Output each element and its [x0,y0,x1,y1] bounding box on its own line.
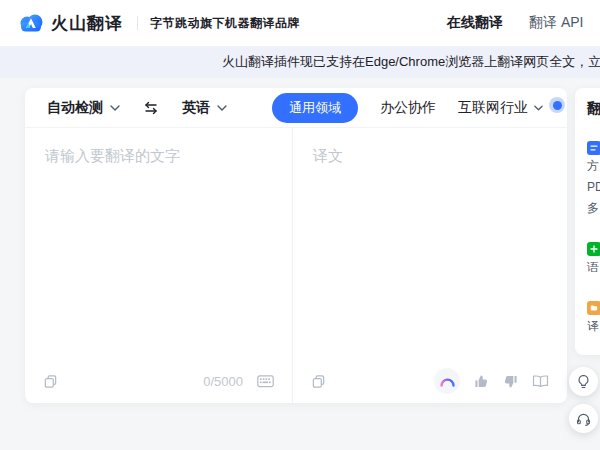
blue-indicator-dot[interactable] [549,97,565,113]
promo-banner-text: 火山翻译插件现已支持在Edge/Chrome浏览器上翻译网页全文，立即安装体验吧 [222,46,600,78]
sidebar-item-line: 语 [587,257,600,278]
folder-orange-icon [587,301,600,315]
right-sidebar: 翻译 方 PD 多 语 译 [575,88,600,355]
tab-internet-industry-label: 互联网行业 [458,99,528,117]
source-pane: 0/5000 [25,128,292,403]
domain-tabs: 通用领域 办公协作 互联网行业 [272,88,543,127]
target-language-select[interactable]: 英语 [176,95,233,121]
lightbulb-icon [577,374,590,389]
swap-arrows-icon [142,101,160,115]
output-pane-footer [293,368,567,394]
copy-output-icon[interactable] [311,374,326,389]
sidebar-item-line: PD [587,177,600,198]
chevron-down-icon [217,105,227,111]
page: 火山翻译 字节跳动旗下机器翻译品牌 在线翻译 翻译 API 视频翻译 火山翻译插… [0,0,600,450]
translator-card: 自动检测 英语 [25,88,567,403]
tab-internet-industry[interactable]: 互联网行业 [458,99,543,117]
sidebar-item-line: 多 [587,198,600,219]
rate-translation-button[interactable] [434,368,460,394]
source-text-input[interactable] [25,128,292,348]
brand-divider [137,16,138,30]
sidebar-item-line: 方 [587,156,600,177]
sidebar-item-document[interactable]: 方 PD 多 [587,138,600,219]
sidebar-item-line: 译 [587,316,600,337]
thumbs-down-icon[interactable] [503,374,518,389]
output-pane: 译文 [293,128,567,403]
swap-languages-button[interactable] [140,99,162,117]
nav-item-online-translate[interactable]: 在线翻译 [447,14,503,32]
translator-panes: 0/5000 [25,128,567,403]
source-language-select[interactable]: 自动检测 [41,95,126,121]
dictionary-icon[interactable] [532,374,549,388]
gradient-arch-icon [439,375,456,387]
tips-button[interactable] [569,367,598,396]
thumbs-up-icon[interactable] [474,374,489,389]
copy-source-icon[interactable] [43,374,58,389]
volcano-logo-icon [18,10,44,36]
translator-toolbar: 自动检测 英语 [25,88,567,128]
nav-item-translate-api[interactable]: 翻译 API [529,14,583,32]
output-footer-right [434,368,549,394]
source-footer-right: 0/5000 [203,374,274,389]
brand-logo[interactable]: 火山翻译 [18,10,123,36]
brand-tagline: 字节跳动旗下机器翻译品牌 [150,15,300,32]
char-counter: 0/5000 [203,374,243,389]
header: 火山翻译 字节跳动旗下机器翻译品牌 在线翻译 翻译 API 视频翻译 [0,0,600,46]
add-green-icon [587,242,600,256]
tab-general-domain[interactable]: 通用领域 [272,93,358,123]
translation-output-placeholder: 译文 [293,128,567,185]
target-language-label: 英语 [182,99,210,117]
tab-office-collaboration[interactable]: 办公协作 [380,99,436,117]
source-language-label: 自动检测 [47,99,103,117]
customer-support-button[interactable] [569,404,598,433]
sidebar-title: 翻译 [587,100,600,118]
chevron-down-icon [534,105,543,111]
sidebar-item-glossary[interactable]: 译 [587,298,600,337]
chevron-down-icon [110,105,120,111]
promo-banner[interactable]: 火山翻译插件现已支持在Edge/Chrome浏览器上翻译网页全文，立即安装体验吧 [0,46,600,78]
virtual-keyboard-icon[interactable] [257,375,274,388]
brand-name: 火山翻译 [51,12,123,35]
doc-blue-icon [587,141,600,155]
top-nav: 在线翻译 翻译 API 视频翻译 [447,0,600,46]
sidebar-item-languages[interactable]: 语 [587,239,600,278]
headset-icon [576,412,591,426]
source-pane-footer: 0/5000 [25,368,292,394]
